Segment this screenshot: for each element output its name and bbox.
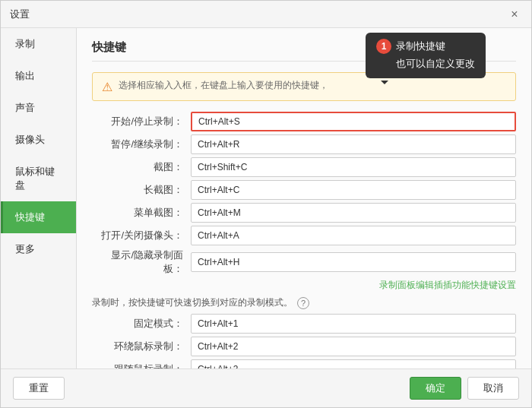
mode-shortcut-row-1: 环绕鼠标录制： — [92, 337, 516, 356]
sidebar-item-output[interactable]: 输出 — [1, 60, 76, 92]
close-button[interactable]: × — [507, 7, 522, 22]
mode-shortcut-label-2: 跟随鼠标录制： — [92, 362, 191, 368]
tooltip-header: 1 录制快捷键 — [376, 39, 475, 55]
help-icon[interactable]: ? — [297, 297, 309, 309]
info-text: 选择相应输入入框，在键盘上输入要使用的快捷键， — [119, 79, 328, 92]
cancel-button[interactable]: 取消 — [467, 377, 519, 400]
shortcut-row-0: 开始/停止录制： — [92, 112, 516, 131]
settings-dialog: 设置 × 录制输出声音摄像头鼠标和键盘快捷键更多 快捷键 ⚠ 选择相应输入入框，… — [0, 0, 532, 408]
sidebar-item-more[interactable]: 更多 — [1, 233, 76, 265]
shortcut-row-3: 长截图： — [92, 180, 516, 200]
mode-shortcut-input-2[interactable] — [191, 359, 516, 368]
shortcut-input-2[interactable] — [191, 157, 516, 177]
shortcut-input-1[interactable] — [191, 134, 516, 154]
tooltip-bubble: 1 录制快捷键 也可以自定义更改 — [366, 33, 486, 78]
shortcut-label-1: 暂停/继续录制： — [92, 138, 191, 151]
tooltip-line1: 录制快捷键 — [396, 39, 445, 55]
panel-link-container: 录制面板编辑插插功能快捷键设置 — [92, 279, 516, 292]
dialog-footer: 重置 确定 取消 — [1, 368, 531, 407]
sidebar-item-hotkey[interactable]: 快捷键 — [1, 201, 76, 233]
main-shortcuts: 开始/停止录制：暂停/继续录制：截图：长截图：菜单截图：打开/关闭摄像头：显示/… — [92, 112, 516, 276]
tooltip-line2: 也可以自定义更改 — [376, 56, 475, 72]
mode-shortcut-label-1: 环绕鼠标录制： — [92, 340, 191, 353]
shortcut-input-3[interactable] — [191, 180, 516, 200]
shortcut-input-0[interactable] — [191, 112, 516, 131]
mode-label: 录制时，按快捷键可快速切换到对应的录制模式。 ? — [92, 296, 516, 309]
mode-shortcut-input-1[interactable] — [191, 337, 516, 356]
warning-icon: ⚠ — [102, 80, 112, 94]
shortcut-input-6[interactable] — [191, 252, 516, 272]
title-bar: 设置 × — [1, 1, 531, 28]
shortcut-input-4[interactable] — [191, 203, 516, 223]
sidebar-item-camera[interactable]: 摄像头 — [1, 124, 76, 156]
mode-text: 录制时，按快捷键可快速切换到对应的录制模式。 — [92, 296, 293, 309]
panel-link[interactable]: 录制面板编辑插插功能快捷键设置 — [379, 280, 516, 290]
shortcut-label-2: 截图： — [92, 160, 191, 174]
tooltip-number: 1 — [376, 39, 391, 54]
shortcut-row-4: 菜单截图： — [92, 203, 516, 223]
shortcut-label-4: 菜单截图： — [92, 206, 191, 220]
ok-button[interactable]: 确定 — [410, 377, 461, 400]
shortcut-row-6: 显示/隐藏录制面板： — [92, 248, 516, 276]
main-content: 快捷键 ⚠ 选择相应输入入框，在键盘上输入要使用的快捷键， 开始/停止录制：暂停… — [77, 28, 531, 368]
mode-shortcut-row-0: 固定模式： — [92, 314, 516, 334]
shortcut-row-5: 打开/关闭摄像头： — [92, 226, 516, 245]
mode-shortcuts: 固定模式：环绕鼠标录制：跟随鼠标录制： — [92, 314, 516, 368]
sidebar-item-mouse[interactable]: 鼠标和键盘 — [1, 156, 76, 201]
shortcut-row-2: 截图： — [92, 157, 516, 177]
mode-shortcut-input-0[interactable] — [191, 314, 516, 334]
dialog-content: 录制输出声音摄像头鼠标和键盘快捷键更多 快捷键 ⚠ 选择相应输入入框，在键盘上输… — [1, 28, 531, 368]
shortcut-label-5: 打开/关闭摄像头： — [92, 229, 191, 242]
shortcut-row-1: 暂停/继续录制： — [92, 134, 516, 154]
shortcut-label-6: 显示/隐藏录制面板： — [92, 248, 191, 276]
mode-shortcut-label-0: 固定模式： — [92, 317, 191, 331]
shortcut-label-3: 长截图： — [92, 183, 191, 197]
shortcut-input-5[interactable] — [191, 226, 516, 245]
sidebar: 录制输出声音摄像头鼠标和键盘快捷键更多 — [1, 28, 77, 368]
footer-right-buttons: 确定 取消 — [410, 377, 519, 400]
sidebar-item-audio[interactable]: 声音 — [1, 92, 76, 124]
sidebar-item-record[interactable]: 录制 — [1, 28, 76, 60]
dialog-title: 设置 — [10, 8, 30, 21]
shortcut-label-0: 开始/停止录制： — [92, 115, 191, 128]
reset-button[interactable]: 重置 — [13, 377, 65, 400]
mode-shortcut-row-2: 跟随鼠标录制： — [92, 359, 516, 368]
